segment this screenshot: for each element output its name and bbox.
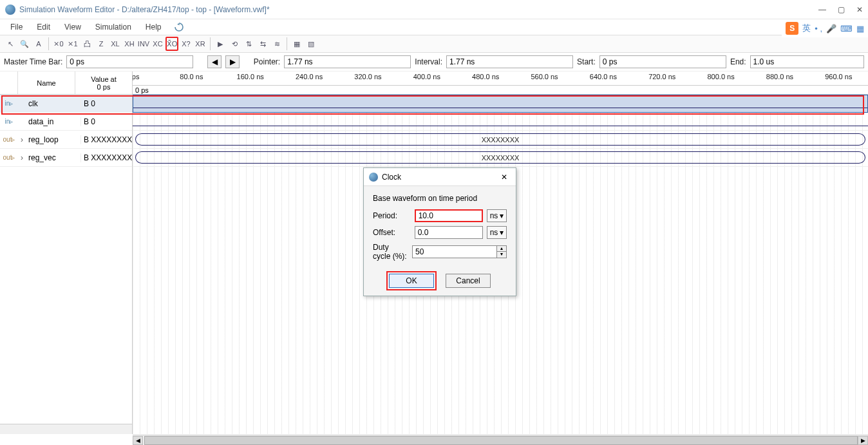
force-xh-icon[interactable]: XH bbox=[123, 37, 136, 51]
signal-row[interactable]: in▹data_inB 0 bbox=[0, 113, 132, 131]
waveform-row[interactable] bbox=[133, 95, 868, 113]
signal-header-icon-col bbox=[0, 71, 18, 94]
swap-icon[interactable]: ⇆ bbox=[256, 37, 269, 51]
menu-file[interactable]: File bbox=[4, 21, 29, 33]
ime-mic-icon[interactable]: 🎤 bbox=[826, 24, 836, 33]
timebar: Master Time Bar: ◀ ▶ Pointer: Interval: … bbox=[0, 53, 868, 71]
duty-cycle-input[interactable] bbox=[412, 245, 497, 258]
signal-hscrollbar[interactable] bbox=[0, 424, 132, 434]
force-z-icon[interactable]: Z bbox=[95, 37, 108, 51]
ruler-tick: 320.0 ns bbox=[354, 73, 381, 80]
menu-view[interactable]: View bbox=[58, 21, 88, 33]
signal-name: reg_loop bbox=[26, 135, 80, 144]
ruler-tick: 480.0 ns bbox=[472, 73, 499, 80]
waveform-row[interactable] bbox=[133, 113, 868, 131]
ruler-tick: 400.0 ns bbox=[413, 73, 440, 80]
xq-icon[interactable]: X? bbox=[180, 37, 193, 51]
ime-punct-icon[interactable]: • , bbox=[815, 24, 822, 33]
window-minimize[interactable]: — bbox=[818, 5, 826, 14]
expand-icon[interactable]: › bbox=[18, 135, 26, 144]
signal-row[interactable]: in▹clkB 0 bbox=[0, 95, 132, 113]
scroll-right-button[interactable]: ▶ bbox=[858, 436, 868, 445]
force-0-icon[interactable]: ⨯0 bbox=[52, 37, 65, 51]
next-edge-button[interactable]: ▶ bbox=[225, 55, 240, 68]
signal-row[interactable]: out▹›reg_loopB XXXXXXXX bbox=[0, 131, 132, 149]
cancel-button[interactable]: Cancel bbox=[446, 274, 491, 288]
signal-value: B XXXXXXXX bbox=[80, 135, 132, 144]
offset-input[interactable] bbox=[415, 226, 483, 239]
ime-sogou-icon[interactable]: S bbox=[786, 22, 798, 35]
ok-button[interactable]: OK bbox=[389, 274, 434, 288]
waveform-hscrollbar[interactable]: ◀ ▶ bbox=[133, 435, 868, 445]
time-ruler[interactable]: 0 ps80.0 ns160.0 ns240.0 ns320.0 ns400.0… bbox=[133, 71, 868, 86]
signal-dir-icon: in▹ bbox=[0, 100, 18, 107]
signal-row[interactable]: out▹›reg_vecB XXXXXXXX bbox=[0, 149, 132, 167]
count-icon[interactable]: XC bbox=[151, 37, 164, 51]
text-tool-icon[interactable]: A bbox=[32, 37, 45, 51]
start-input[interactable] bbox=[599, 55, 726, 68]
ruler-tick: 960.0 ns bbox=[825, 73, 852, 80]
force-1-icon[interactable]: ⨯1 bbox=[66, 37, 79, 51]
waveform-row[interactable]: XXXXXXXX bbox=[133, 149, 868, 167]
ime-lang[interactable]: 英 bbox=[802, 23, 811, 34]
force-xl-icon[interactable]: XL bbox=[109, 37, 122, 51]
ruler-tick: 160.0 ns bbox=[237, 73, 264, 80]
toolbar: ↖ 🔍 A ⨯0 ⨯1 凸 Z XL XH INV XC X̄O X? XR ▶… bbox=[0, 35, 868, 53]
zoom-tool-icon[interactable]: 🔍 bbox=[18, 37, 31, 51]
start-label: Start: bbox=[577, 57, 596, 66]
interval-input[interactable] bbox=[446, 55, 573, 68]
menu-simulation[interactable]: Simulation bbox=[89, 21, 138, 33]
cursor-tool-icon[interactable]: ↖ bbox=[4, 37, 17, 51]
ruler-tick: 800.0 ns bbox=[707, 73, 734, 80]
period-input[interactable] bbox=[415, 209, 483, 222]
bus-value: XXXXXXXX bbox=[135, 133, 865, 146]
signal-value: B 0 bbox=[80, 117, 132, 126]
window-title: Simulation Waveform Editor - D:/altera/Z… bbox=[19, 5, 270, 14]
duty-cycle-label: Duty cycle (%): bbox=[373, 243, 408, 261]
app-icon bbox=[5, 5, 15, 15]
rerun-icon[interactable]: ⟲ bbox=[228, 37, 241, 51]
waveform-row[interactable]: XXXXXXXX bbox=[133, 131, 868, 149]
invert-icon[interactable]: INV bbox=[137, 37, 150, 51]
end-input[interactable] bbox=[750, 55, 864, 68]
menu-help[interactable]: Help bbox=[139, 21, 168, 33]
dialog-title: Clock bbox=[382, 173, 401, 182]
menu-edit[interactable]: Edit bbox=[30, 21, 57, 33]
dialog-close-button[interactable]: ✕ bbox=[498, 173, 511, 182]
grid1-icon[interactable]: ▦ bbox=[290, 37, 303, 51]
ime-keyboard-icon[interactable]: ⌨ bbox=[840, 24, 853, 33]
grid2-icon[interactable]: ▧ bbox=[305, 37, 317, 51]
force-u-icon[interactable]: 凸 bbox=[80, 37, 93, 51]
signal-header-name[interactable]: Name bbox=[18, 71, 75, 94]
expand-icon[interactable]: › bbox=[18, 153, 26, 162]
prev-edge-button[interactable]: ◀ bbox=[207, 55, 222, 68]
menubar: File Edit View Simulation Help bbox=[0, 19, 868, 35]
offset-label: Offset: bbox=[373, 228, 411, 237]
wave-icon[interactable]: ≋ bbox=[270, 37, 283, 51]
duty-cycle-spinner[interactable]: ▲▼ bbox=[497, 245, 507, 258]
signal-header-value[interactable]: Value at 0 ps bbox=[75, 71, 132, 94]
master-timebar-label: Master Time Bar: bbox=[4, 57, 62, 66]
end-label: End: bbox=[730, 57, 746, 66]
dialog-titlebar[interactable]: Clock ✕ bbox=[364, 168, 516, 186]
ime-grid-icon[interactable]: ▦ bbox=[856, 24, 864, 33]
window-maximize[interactable]: ▢ bbox=[838, 5, 845, 14]
pointer-input[interactable] bbox=[284, 55, 411, 68]
signal-header: Name Value at 0 ps bbox=[0, 71, 132, 95]
offset-unit-select[interactable]: ns▾ bbox=[487, 226, 507, 239]
toolbar-separator bbox=[210, 37, 211, 50]
interval-label: Interval: bbox=[415, 57, 442, 66]
overwrite-clock-icon[interactable]: X̄O bbox=[165, 37, 178, 51]
signal-dir-icon: in▹ bbox=[0, 118, 18, 125]
update-icon[interactable] bbox=[175, 23, 184, 32]
xr-icon[interactable]: XR bbox=[194, 37, 207, 51]
window-close[interactable]: ✕ bbox=[856, 5, 863, 14]
scroll-left-button[interactable]: ◀ bbox=[133, 436, 143, 445]
period-unit-select[interactable]: ns▾ bbox=[487, 209, 507, 222]
run-sim-icon[interactable]: ▶ bbox=[214, 37, 227, 51]
signal-name: clk bbox=[26, 99, 80, 108]
master-timebar-input[interactable] bbox=[66, 55, 193, 68]
scroll-thumb[interactable] bbox=[144, 436, 858, 445]
sort-icon[interactable]: ⇅ bbox=[242, 37, 255, 51]
signal-value: B 0 bbox=[80, 99, 132, 108]
